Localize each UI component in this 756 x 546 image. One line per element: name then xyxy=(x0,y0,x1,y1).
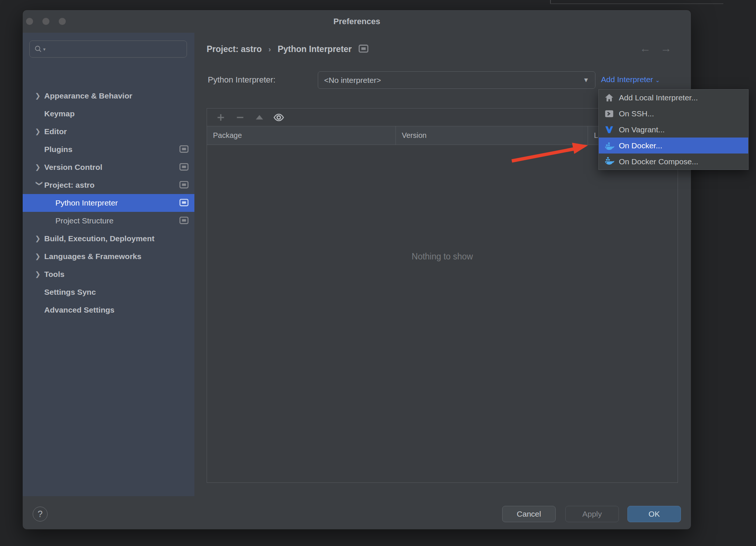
interpreter-value: <No interpreter> xyxy=(324,76,381,85)
back-arrow-icon[interactable]: ← xyxy=(640,42,651,55)
interpreter-combobox[interactable]: <No interpreter> ▼ xyxy=(318,71,595,89)
add-interpreter-button[interactable]: Add Interpreter⌄ xyxy=(601,75,660,84)
project-setting-icon xyxy=(179,145,189,154)
empty-table-message: Nothing to show xyxy=(207,252,678,262)
interpreter-label: Python Interpreter: xyxy=(208,75,275,85)
add-interpreter-menu: Add Local Interpreter... On SSH... On Va… xyxy=(598,89,749,170)
background-window-edge xyxy=(550,3,723,4)
sidebar-item-plugins[interactable]: Plugins xyxy=(23,140,194,158)
project-setting-icon xyxy=(179,181,189,190)
project-setting-icon xyxy=(179,163,189,172)
remove-package-icon[interactable] xyxy=(235,112,246,123)
breadcrumb: Project: astro › Python Interpreter xyxy=(207,43,369,55)
settings-search-field[interactable]: ▾ xyxy=(29,41,187,58)
combobox-dropdown-icon: ▼ xyxy=(583,77,589,84)
menu-item-on-docker-compose[interactable]: On Docker Compose... xyxy=(599,154,748,169)
help-button[interactable]: ? xyxy=(33,507,48,521)
apply-button[interactable]: Apply xyxy=(565,506,619,522)
sidebar-item-languages-frameworks[interactable]: ❯ Languages & Frameworks xyxy=(23,248,194,265)
dialog-footer: ? Cancel Apply OK xyxy=(23,496,691,530)
add-package-icon[interactable] xyxy=(215,112,226,123)
chevron-right-icon: ❯ xyxy=(35,92,44,100)
show-early-releases-eye-icon[interactable] xyxy=(273,112,284,123)
home-icon xyxy=(604,93,614,103)
sidebar-item-keymap[interactable]: Keymap xyxy=(23,105,194,123)
menu-item-add-local-interpreter[interactable]: Add Local Interpreter... xyxy=(599,90,748,106)
chevron-right-icon: ❯ xyxy=(35,235,44,243)
docker-compose-icon xyxy=(604,156,614,167)
project-setting-icon xyxy=(179,216,189,225)
menu-item-on-docker[interactable]: On Docker... xyxy=(599,138,748,154)
preferences-window: Preferences ▾ ❯ Appearance & Behavior Ke… xyxy=(22,10,691,530)
desktop: Preferences ▾ ❯ Appearance & Behavior Ke… xyxy=(0,0,756,546)
chevron-right-icon: ❯ xyxy=(35,270,44,278)
chevron-down-icon: ❯ xyxy=(35,181,43,190)
project-setting-icon xyxy=(179,198,189,207)
menu-item-on-ssh[interactable]: On SSH... xyxy=(599,106,748,122)
breadcrumb-project[interactable]: Project: astro xyxy=(207,44,262,54)
ssh-icon xyxy=(604,109,614,119)
sidebar-item-project-astro[interactable]: ❯ Project: astro xyxy=(23,176,194,194)
menu-item-on-vagrant[interactable]: On Vagrant... xyxy=(599,122,748,138)
ok-button[interactable]: OK xyxy=(627,506,681,522)
settings-sidebar: ▾ ❯ Appearance & Behavior Keymap ❯ Edito… xyxy=(23,33,194,496)
sidebar-item-python-interpreter[interactable]: Python Interpreter xyxy=(23,194,194,212)
breadcrumb-separator: › xyxy=(268,45,271,54)
chevron-right-icon: ❯ xyxy=(35,163,44,171)
sidebar-item-tools[interactable]: ❯ Tools xyxy=(23,265,194,283)
cancel-button[interactable]: Cancel xyxy=(502,506,556,522)
project-setting-icon xyxy=(358,44,369,54)
docker-icon xyxy=(604,140,614,151)
sidebar-item-settings-sync[interactable]: Settings Sync xyxy=(23,283,194,301)
search-icon xyxy=(34,45,42,53)
forward-arrow-icon[interactable]: → xyxy=(660,42,672,55)
question-mark-icon: ? xyxy=(38,509,42,519)
chevron-down-icon: ⌄ xyxy=(655,77,660,83)
column-header-package[interactable]: Package xyxy=(207,126,396,145)
page-title: Python Interpreter xyxy=(278,44,352,54)
sidebar-item-build-execution-deployment[interactable]: ❯ Build, Execution, Deployment xyxy=(23,230,194,248)
sidebar-item-appearance-behavior[interactable]: ❯ Appearance & Behavior xyxy=(23,87,194,105)
upgrade-package-icon[interactable] xyxy=(254,112,265,123)
search-input[interactable] xyxy=(46,45,187,54)
chevron-right-icon: ❯ xyxy=(35,127,44,136)
sidebar-item-version-control[interactable]: ❯ Version Control xyxy=(23,158,194,176)
vagrant-icon xyxy=(604,125,614,135)
column-header-version[interactable]: Version xyxy=(396,126,588,145)
chevron-right-icon: ❯ xyxy=(35,252,44,261)
window-title: Preferences xyxy=(23,17,691,26)
sidebar-item-editor[interactable]: ❯ Editor xyxy=(23,123,194,140)
sidebar-item-project-structure[interactable]: Project Structure xyxy=(23,212,194,230)
sidebar-item-advanced-settings[interactable]: Advanced Settings xyxy=(23,301,194,319)
